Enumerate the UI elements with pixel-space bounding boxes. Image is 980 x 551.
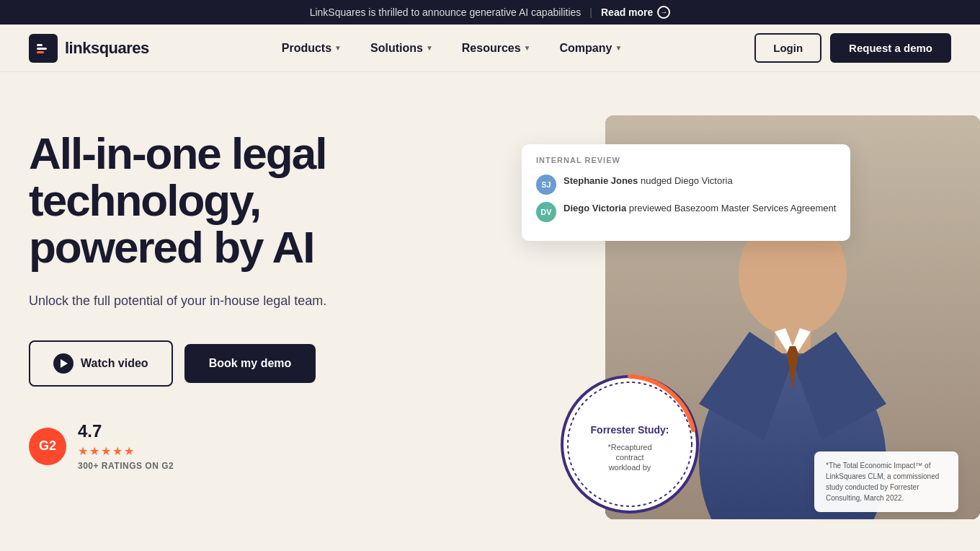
nav-item-resources[interactable]: Resources ▼ [450,36,543,61]
book-demo-label: Book my demo [209,357,292,370]
read-more-link[interactable]: Read more [601,6,670,19]
avatar-sj: SJ [536,175,556,195]
main-nav: linksquares Products ▼ Solutions ▼ Resou… [0,25,980,72]
hero-left: All-in-one legal technology, powered by … [29,115,536,471]
review-item-1: SJ Stephanie Jones nudged Diego Victoria [536,175,836,195]
nav-solutions-label: Solutions [370,42,423,55]
svg-rect-3 [37,51,44,53]
nav-links: Products ▼ Solutions ▼ Resources ▼ Compa… [270,36,634,61]
review-action-2: previewed Basezoom Master Services Agree… [629,203,837,213]
chevron-down-icon: ▼ [334,44,342,52]
review-card-title: INTERNAL REVIEW [536,156,836,164]
announcement-bar: LinkSquares is thrilled to announce gene… [0,0,980,25]
svg-rect-1 [37,44,43,46]
chevron-down-icon: ▼ [524,44,531,52]
forrester-footnote: *The Total Economic Impact™ of LinkSquar… [814,451,958,512]
review-text-2: Diego Victoria previewed Basezoom Master… [564,202,836,215]
arrow-icon [657,6,670,19]
hero-buttons: Watch video Book my demo [29,340,536,387]
hero-subtitle: Unlock the full potential of your in-hou… [29,291,404,312]
logo-mark [29,34,58,63]
rating-score: 4.7 [78,421,174,441]
nav-item-products[interactable]: Products ▼ [270,36,353,61]
stars-row: ★ ★ ★ ★ ★ [78,444,174,458]
rating-label: 300+ RATINGS ON G2 [78,461,174,471]
rating-area: G2 4.7 ★ ★ ★ ★ ★ 300+ RATINGS ON G2 [29,421,536,471]
review-item-2: DV Diego Victoria previewed Basezoom Mas… [536,202,836,222]
svg-rect-2 [37,48,47,50]
review-card: INTERNAL REVIEW SJ Stephanie Jones nudge… [522,144,850,241]
star-3: ★ [101,444,111,458]
nav-item-company[interactable]: Company ▼ [548,36,634,61]
star-1: ★ [78,444,88,458]
avatar-dv: DV [536,202,556,222]
reviewer-name-2: Diego Victoria [564,203,626,213]
reviewer-name-1: Stephanie Jones [564,175,638,186]
hero-right: INTERNAL REVIEW SJ Stephanie Jones nudge… [536,115,951,534]
forrester-wrapper: Forrester Study: *Recaptured contract wo… [558,372,702,519]
read-more-label: Read more [601,6,653,18]
svg-text:Forrester Study:: Forrester Study: [591,424,669,436]
play-icon [53,353,74,374]
chevron-down-icon: ▼ [615,44,622,52]
avatar-sj-initials: SJ [541,180,551,189]
review-action-1: nudged Diego Victoria [641,175,733,186]
hero-section: All-in-one legal technology, powered by … [0,72,980,551]
chevron-down-icon: ▼ [426,44,433,52]
star-2: ★ [89,444,99,458]
announcement-text: LinkSquares is thrilled to announce gene… [310,6,582,18]
logo[interactable]: linksquares [29,34,149,63]
rating-info: 4.7 ★ ★ ★ ★ ★ 300+ RATINGS ON G2 [78,421,174,471]
svg-text:contract: contract [615,453,643,462]
forrester-footnote-text: *The Total Economic Impact™ of LinkSquar… [826,462,939,502]
book-demo-button[interactable]: Book my demo [184,344,316,383]
request-demo-button[interactable]: Request a demo [830,33,951,63]
svg-text:*Recaptured: *Recaptured [607,443,651,451]
nav-products-label: Products [282,42,331,55]
hero-title-line1: All-in-one legal [29,128,326,178]
play-triangle [61,359,68,368]
logo-brand: linksquares [65,39,149,58]
star-4: ★ [112,444,122,458]
g2-badge: G2 [29,428,66,465]
announcement-divider: | [589,6,592,18]
review-text-1: Stephanie Jones nudged Diego Victoria [564,175,733,188]
g2-label: G2 [39,438,56,454]
hero-title-line3: powered by AI [29,222,313,272]
watch-video-button[interactable]: Watch video [29,340,173,387]
login-button[interactable]: Login [754,33,821,63]
nav-company-label: Company [560,42,612,55]
forrester-ring-icon: Forrester Study: *Recaptured contract wo… [558,372,702,516]
nav-item-solutions[interactable]: Solutions ▼ [359,36,445,61]
svg-text:workload by: workload by [608,463,651,472]
nav-actions: Login Request a demo [754,33,951,63]
nav-resources-label: Resources [462,42,521,55]
star-5: ★ [124,444,134,458]
hero-title: All-in-one legal technology, powered by … [29,130,536,270]
avatar-dv-initials: DV [540,208,551,216]
watch-video-label: Watch video [81,357,148,370]
hero-title-line2: technology, [29,175,260,225]
